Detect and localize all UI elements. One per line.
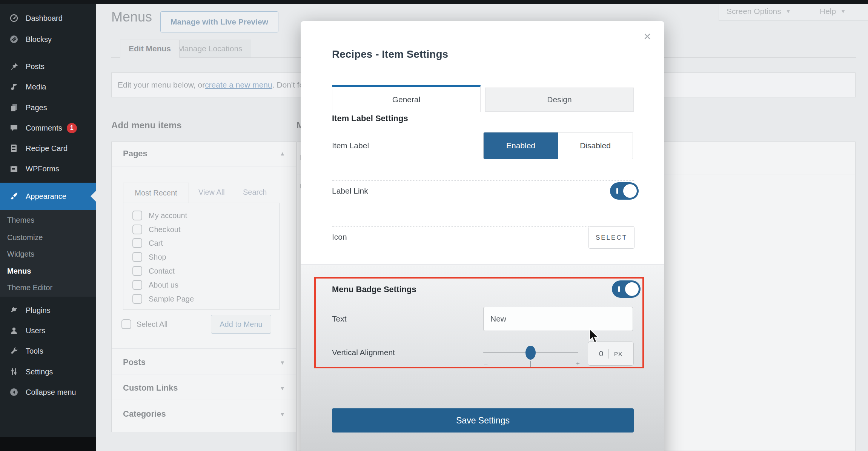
sidebar-footer: [0, 437, 96, 451]
divider: [112, 374, 296, 374]
chevron-down-icon: ▼: [280, 411, 285, 417]
sidebar-item-label: Blocksy: [26, 35, 52, 44]
checkbox[interactable]: [132, 238, 142, 248]
mouse-cursor: [588, 328, 600, 344]
list-item[interactable]: Sample Page: [149, 295, 194, 303]
list-item[interactable]: Checkout: [149, 225, 181, 234]
accordion-custom-links[interactable]: Custom Links: [123, 383, 178, 393]
chevron-up-icon: ▲: [280, 150, 285, 157]
list-item[interactable]: Shop: [149, 253, 166, 262]
sidebar-item-users[interactable]: Users: [0, 320, 96, 341]
checkbox[interactable]: [132, 266, 142, 276]
toggle-on-mark: [616, 188, 618, 194]
list-item[interactable]: Contact: [149, 267, 175, 276]
collapse-arrow-icon: [8, 388, 20, 397]
chevron-down-icon: ▼: [280, 385, 285, 391]
sidebar-item-theme-editor[interactable]: Theme Editor: [7, 282, 52, 293]
icon-row-label: Icon: [332, 232, 347, 242]
blocksy-icon: [8, 35, 20, 44]
icon-select-button[interactable]: SELECT: [588, 226, 634, 249]
notice-text-before: Edit your menu below, or: [118, 80, 205, 89]
sidebar-item-posts[interactable]: Posts: [0, 56, 96, 77]
media-icon: [8, 82, 20, 91]
sidebar-item-themes[interactable]: Themes: [7, 215, 34, 225]
tab-search[interactable]: Search: [243, 188, 267, 197]
sidebar-item-pages[interactable]: Pages: [0, 97, 96, 118]
list-item[interactable]: Cart: [149, 239, 163, 248]
tab-general[interactable]: General: [332, 85, 481, 112]
create-new-menu-link[interactable]: create a new menu: [205, 80, 272, 89]
sidebar-item-wpforms[interactable]: WPForms: [0, 159, 96, 179]
sidebar-item-tools[interactable]: Tools: [0, 341, 96, 361]
sidebar-item-label: Users: [26, 326, 45, 335]
sidebar-item-customize[interactable]: Customize: [7, 232, 43, 243]
divider: [112, 348, 296, 349]
item-label-segmented-control: Enabled Disabled: [483, 132, 633, 159]
sidebar-item-plugins[interactable]: Plugins: [0, 300, 96, 320]
manage-live-preview-button[interactable]: Manage with Live Preview: [160, 11, 278, 32]
checkbox[interactable]: [132, 294, 142, 304]
checkbox[interactable]: [132, 280, 142, 290]
paintbrush-icon: [8, 192, 20, 201]
list-item[interactable]: My account: [149, 211, 187, 220]
top-bar: [0, 0, 868, 4]
tab-view-all[interactable]: View All: [198, 188, 225, 197]
close-icon[interactable]: ✕: [643, 31, 651, 43]
list-item[interactable]: About us: [149, 281, 178, 289]
sidebar-item-menus[interactable]: Menus: [7, 266, 31, 276]
accordion-posts[interactable]: Posts: [123, 357, 146, 367]
checkbox[interactable]: [132, 225, 142, 234]
label-link-toggle[interactable]: [610, 182, 639, 200]
dotted-divider: [332, 180, 634, 181]
sidebar-item-label: Recipe Card: [26, 144, 68, 153]
comments-count-badge: 1: [67, 123, 77, 133]
sidebar-item-comments[interactable]: Comments 1: [0, 118, 96, 138]
tab-edit-menus[interactable]: Edit Menus: [120, 40, 180, 58]
sidebar-item-label: Collapse menu: [26, 388, 76, 397]
tab-most-recent[interactable]: Most Recent: [123, 183, 189, 203]
page-title: Menus: [111, 9, 152, 25]
sidebar-item-recipe-card[interactable]: Recipe Card: [0, 138, 96, 159]
save-settings-button[interactable]: Save Settings: [332, 408, 634, 433]
appearance-submenu: Themes Customize Widgets Menus Theme Edi…: [0, 210, 96, 297]
label-link-row-label: Label Link: [332, 186, 368, 195]
item-label-settings-heading: Item Label Settings: [332, 114, 408, 123]
screen: Screen Options ▼ Help ▼ Menus Manage wit…: [0, 0, 868, 451]
accordion-categories[interactable]: Categories: [123, 409, 166, 419]
help-button[interactable]: Help ▼: [812, 2, 868, 21]
select-all-checkbox[interactable]: [121, 319, 131, 329]
divider: [112, 166, 296, 166]
item-label-row-label: Item Label: [332, 141, 369, 150]
plug-icon: [8, 306, 20, 315]
checkbox[interactable]: [132, 252, 142, 262]
sidebar-item-media[interactable]: Media: [0, 77, 96, 97]
sidebar-item-widgets[interactable]: Widgets: [7, 249, 34, 259]
disabled-button[interactable]: Disabled: [558, 132, 633, 159]
tab-manage-locations[interactable]: Manage Locations: [169, 40, 251, 58]
modal-title: Recipes - Item Settings: [332, 48, 448, 60]
tab-design[interactable]: Design: [485, 88, 634, 112]
sidebar-item-label: Tools: [26, 347, 43, 356]
accordion-pages[interactable]: Pages: [123, 149, 147, 159]
sidebar-item-label: Plugins: [26, 306, 51, 315]
badge-settings-highlight-box: [314, 277, 644, 368]
checkbox[interactable]: [132, 211, 142, 220]
dashboard-icon: [8, 14, 20, 23]
sidebar-item-label: Dashboard: [26, 14, 63, 23]
divider: [112, 400, 296, 400]
sidebar-item-settings[interactable]: Settings: [0, 362, 96, 382]
sidebar-item-dashboard[interactable]: Dashboard: [0, 8, 96, 28]
sidebar-item-blocksy[interactable]: Blocksy: [0, 29, 96, 49]
sidebar-item-label: Posts: [26, 62, 45, 71]
enabled-button[interactable]: Enabled: [484, 132, 558, 159]
recipe-card-icon: [8, 144, 20, 153]
help-label: Help: [820, 7, 836, 16]
add-to-menu-button[interactable]: Add to Menu: [211, 315, 271, 334]
sidebar-item-appearance[interactable]: Appearance: [0, 183, 96, 210]
screen-options-button[interactable]: Screen Options ▼: [719, 2, 822, 21]
select-all-label: Select All: [137, 320, 167, 329]
pages-checklist: [123, 203, 280, 310]
screen-options-label: Screen Options: [727, 7, 781, 16]
sidebar-item-collapse-menu[interactable]: Collapse menu: [0, 382, 96, 402]
sliders-icon: [8, 367, 20, 376]
